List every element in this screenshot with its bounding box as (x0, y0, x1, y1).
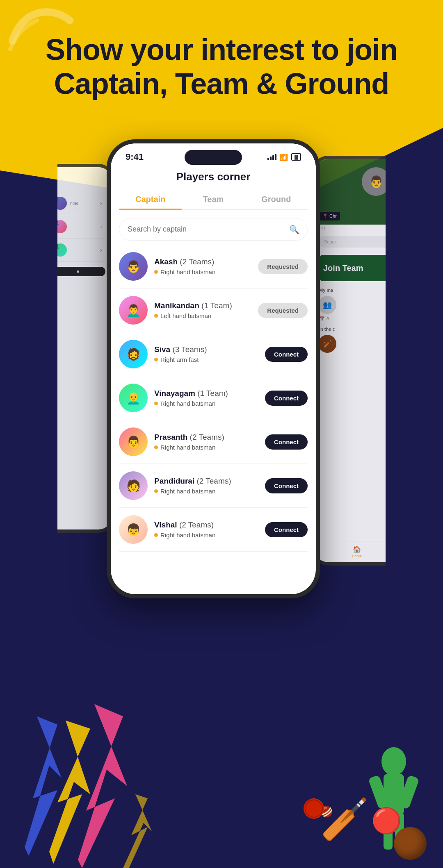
right-search-bar[interactable]: Searc (319, 236, 395, 248)
player-list: 👨 Akash (2 Teams) Right hand batsman Req… (111, 245, 316, 594)
left-item-label-1: nder (70, 201, 78, 206)
player-info-pandidurai: Pandidurai (2 Teams) Right hand batsman (154, 477, 258, 495)
left-avatar-2: 👤 (54, 220, 67, 233)
right-bottom-nav: 🏠 Home (315, 541, 399, 562)
signal-bar-1 (267, 158, 269, 160)
action-manikandan: Requested (258, 303, 308, 318)
connect-button-pandidurai[interactable]: Connect (265, 478, 308, 493)
connect-button-vinayagam[interactable]: Connect (265, 391, 308, 406)
cricket-stumps: 🏏 (318, 795, 369, 843)
player-info-vinayagam: Vinayagam (1 Team) Right hand batsman (154, 389, 258, 407)
avatar-siva: 🧔 (119, 340, 148, 368)
cricket-ball: 🔴 (371, 806, 402, 835)
join-team-card[interactable]: Join Team (318, 255, 395, 281)
action-vishal: Connect (265, 522, 308, 537)
right-my-matches-label: My ma (315, 284, 399, 296)
search-container: 🔍 (119, 218, 308, 241)
nav-home[interactable]: 🏠 Home (352, 545, 362, 558)
join-team-label: Join Team (323, 264, 363, 273)
search-icon: 🔍 (289, 225, 299, 234)
app-header: Players corner (111, 166, 316, 190)
avatar-pandidurai: 🧑 (119, 471, 148, 500)
status-icons: 📶 ▓ (267, 153, 301, 161)
svg-marker-3 (123, 794, 152, 868)
skill-dot-prasanth (154, 445, 158, 449)
action-vinayagam: Connect (265, 391, 308, 406)
phone-right: 👨 📍 Chr 9:41 🔋 Searc Join Team My ma 👥 (312, 156, 402, 566)
player-item-prasanth: 👨 Prasanth (2 Teams) Right hand batsman … (119, 420, 308, 464)
action-akash: Requested (258, 259, 308, 274)
connect-button-vishal[interactable]: Connect (265, 522, 308, 537)
player-skill-akash: Right hand batsman (154, 268, 251, 275)
avatar-vinayagam: 👨‍🦲 (119, 384, 148, 412)
chevron-icon-3: › (100, 247, 102, 253)
cricket-ball-2 (304, 798, 324, 819)
player-info-manikandan: Manikandan (1 Team) Left hand batsman (154, 301, 251, 319)
skill-dot-vishal (154, 533, 158, 537)
skill-dot-vinayagam (154, 402, 158, 405)
player-info-prasanth: Prasanth (2 Teams) Right hand batsman (154, 433, 258, 451)
home-icon: 🏠 (353, 545, 361, 553)
player-item-manikandan: 👨‍🦱 Manikandan (1 Team) Left hand batsma… (119, 289, 308, 332)
skill-dot-manikandan (154, 314, 158, 318)
skill-dot-akash (154, 270, 158, 274)
player-item-pandidurai: 🧑 Pandidurai (2 Teams) Right hand batsma… (119, 464, 308, 508)
player-skill-vishal: Right hand batsman (154, 532, 258, 539)
player-item-siva: 🧔 Siva (3 Teams) Right arm fast Connect (119, 332, 308, 376)
avatar-akash: 👨 (119, 252, 148, 281)
cricket-ball-brown (394, 827, 427, 860)
tab-ground[interactable]: Ground (245, 190, 308, 209)
signal-bar-2 (270, 157, 272, 160)
player-name-pandidurai: Pandidurai (2 Teams) (154, 477, 258, 486)
right-phone-header: 👨 📍 Chr (315, 159, 399, 225)
skill-dot-siva (154, 358, 158, 361)
avatar-prasanth: 👨 (119, 427, 148, 456)
action-pandidurai: Connect (265, 478, 308, 493)
player-info-vishal: Vishal (2 Teams) Right hand batsman (154, 520, 258, 539)
right-in-the-label: In the c (315, 323, 399, 335)
tab-captain[interactable]: Captain (119, 190, 182, 209)
phone-left: 👤 nder › 👤 › 👤 › e (41, 164, 115, 533)
right-calendar-item: 📅 A (315, 314, 399, 323)
svg-point-4 (381, 747, 406, 776)
avatar-vishal: 👦 (119, 515, 148, 544)
phone-main: 9:41 📶 ▓ Players corner Cap (107, 139, 320, 598)
player-skill-manikandan: Left hand batsman (154, 312, 251, 319)
player-item-vishal: 👦 Vishal (2 Teams) Right hand batsman Co… (119, 508, 308, 552)
left-avatar-3: 👤 (54, 243, 67, 257)
chevron-icon-2: › (100, 223, 102, 230)
home-label: Home (352, 554, 362, 558)
skill-dot-pandidurai (154, 489, 158, 493)
search-input[interactable] (119, 218, 308, 241)
right-phone-statusbar: 9:41 🔋 (315, 225, 399, 232)
left-phone-item-3: 👤 › (50, 239, 105, 262)
player-skill-pandidurai: Right hand batsman (154, 488, 258, 495)
bottom-decoration: 🏏 🔴 (0, 679, 443, 868)
right-battery: 🔋 (391, 226, 395, 230)
player-item-vinayagam: 👨‍🦲 Vinayagam (1 Team) Right hand batsma… (119, 376, 308, 420)
phone-main-inner: 9:41 📶 ▓ Players corner Cap (111, 143, 316, 594)
wifi-icon: 📶 (280, 153, 288, 161)
battery-icon: ▓ (291, 153, 301, 161)
left-phone-button[interactable]: e (50, 267, 105, 276)
right-phone-status: 📍 Chr (319, 212, 340, 220)
signal-icon (267, 154, 276, 160)
connect-button-prasanth[interactable]: Connect (265, 434, 308, 450)
phone-left-inner: 👤 nder › 👤 › 👤 › e (44, 167, 112, 529)
player-name-vinayagam: Vinayagam (1 Team) (154, 389, 258, 398)
connect-button-siva[interactable]: Connect (265, 347, 308, 362)
tab-team[interactable]: Team (182, 190, 244, 209)
player-info-akash: Akash (2 Teams) Right hand batsman (154, 257, 251, 275)
hero-title: Show your interest to join Captain, Team… (33, 33, 410, 101)
player-skill-vinayagam: Right hand batsman (154, 400, 258, 407)
phones-container: 👤 nder › 👤 › 👤 › e 9:41 (0, 139, 443, 598)
chevron-icon-1: › (100, 200, 102, 207)
right-search-placeholder: Searc (324, 239, 336, 244)
requested-button-akash[interactable]: Requested (258, 259, 308, 274)
right-news-circle: 🏏 (318, 335, 336, 353)
requested-button-manikandan[interactable]: Requested (258, 303, 308, 318)
player-skill-siva: Right arm fast (154, 356, 258, 363)
status-time: 9:41 (126, 152, 144, 162)
right-phone-avatar: 👨 (362, 167, 390, 196)
avatar-manikandan: 👨‍🦱 (119, 296, 148, 325)
